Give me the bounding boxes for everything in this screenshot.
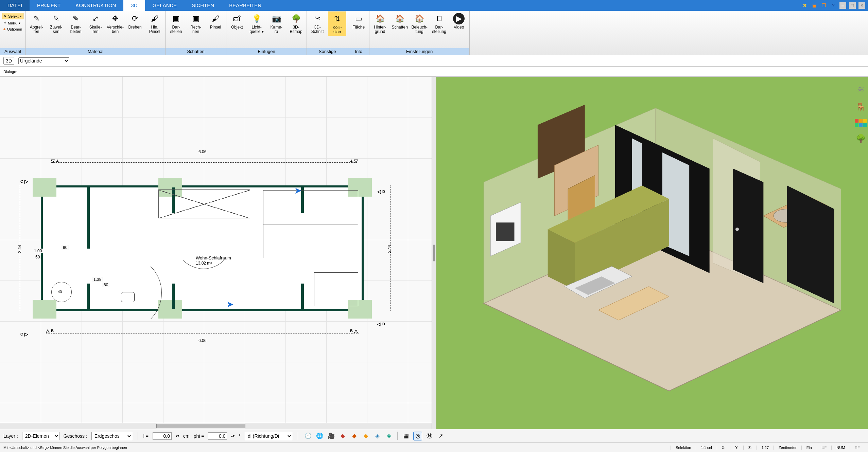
dim-v-left bbox=[20, 185, 20, 311]
svg-rect-19 bbox=[496, 222, 515, 241]
camera-icon[interactable]: 🎥 bbox=[327, 432, 335, 440]
scrollbar-horizontal[interactable] bbox=[0, 423, 432, 429]
ribbon-hintergrund[interactable]: 🏠Hinter- grund bbox=[371, 12, 389, 35]
tab-3d[interactable]: 3D bbox=[123, 0, 145, 11]
hinpinsel-icon: 🖌 bbox=[149, 13, 160, 24]
panel-schatten-label: Schatten bbox=[166, 48, 226, 55]
ribbon: ➤Selekt▾ ✲Mark.▾ +Optionen Auswahl ✎Abgr… bbox=[0, 11, 868, 55]
ribbon-pinsel[interactable]: 🖌Pinsel bbox=[206, 12, 225, 31]
clock-icon[interactable]: 🕘 bbox=[303, 432, 312, 440]
ribbon-objekt[interactable]: 🛋Objekt bbox=[228, 12, 246, 31]
mark-button[interactable]: ✲Mark.▾ bbox=[2, 20, 22, 26]
splitter[interactable] bbox=[432, 77, 436, 429]
dim-width-bot: 6.06 bbox=[197, 338, 208, 343]
ribbon-rechnen[interactable]: ▣Rech- nen bbox=[187, 12, 205, 35]
grid-icon[interactable]: ▦ bbox=[402, 432, 411, 440]
status-selektion: Selektion bbox=[671, 446, 696, 450]
title-icons: ✖ ▣ ❐ ? – □ × bbox=[801, 0, 868, 11]
geschoss-dropdown[interactable]: Erdgeschos bbox=[91, 432, 132, 440]
target-icon[interactable]: ◎ bbox=[413, 432, 422, 440]
selekt-button[interactable]: ➤Selekt▾ bbox=[2, 13, 23, 19]
plus-icon: + bbox=[3, 27, 5, 31]
panel-einfuegen-label: Einfügen bbox=[226, 48, 307, 55]
ribbon-drehen[interactable]: ⟳Drehen bbox=[126, 12, 144, 31]
ribbon-skalieren[interactable]: ⤢Skalie- ren bbox=[86, 12, 105, 35]
dl-dropdown[interactable]: dl (Richtung/Di bbox=[245, 432, 292, 440]
menu-bar: DATEI PROJEKT KONSTRUKTION 3D GELÄNDE SI… bbox=[0, 0, 868, 11]
skalieren-icon: ⤢ bbox=[90, 13, 101, 24]
layers-icon[interactable]: ≋ bbox=[855, 84, 867, 95]
ribbon-verschieben[interactable]: ✥Verschie- ben bbox=[106, 12, 124, 35]
layer1-icon[interactable]: ◈ bbox=[373, 432, 382, 440]
status-num: NUM bbox=[831, 446, 850, 450]
hintergrund-icon: 🏠 bbox=[374, 13, 386, 24]
wall bbox=[87, 187, 90, 249]
furniture-icon[interactable]: 🪑 bbox=[855, 101, 867, 113]
ribbon-kamera[interactable]: 📷Kame- ra bbox=[267, 12, 285, 35]
zuweisen-icon: ✎ bbox=[50, 13, 62, 24]
palette-icon[interactable] bbox=[855, 119, 867, 127]
arrow-icon[interactable]: ➚ bbox=[436, 432, 445, 440]
ribbon-zuweisen[interactable]: ✎Zuwei- sen bbox=[47, 12, 65, 35]
tab-sichten[interactable]: SICHTEN bbox=[184, 0, 222, 11]
abgreifen-icon: ✎ bbox=[31, 13, 42, 24]
cursor-icon: ➤ bbox=[4, 14, 7, 18]
verschieben-label: Verschie- ben bbox=[107, 25, 124, 34]
l-input[interactable] bbox=[153, 432, 172, 440]
ribbon-bearbeiten[interactable]: ✎Bear- beiten bbox=[67, 12, 85, 35]
ribbon-darstellung[interactable]: 🖥Dar- stellung bbox=[430, 12, 448, 35]
bearbeiten-icon: ✎ bbox=[70, 13, 82, 24]
abgreifen-label: Abgrei- fen bbox=[30, 25, 43, 34]
tools-icon[interactable]: ✖ bbox=[801, 2, 808, 9]
ribbon-video[interactable]: ▶Video bbox=[450, 12, 468, 31]
pane-2d[interactable]: ▽A A▽ C▷ ◁D C▷ ◁D △B B△ 6.06 6.06 2.44 2… bbox=[0, 77, 432, 429]
tab-projekt[interactable]: PROJEKT bbox=[30, 0, 68, 11]
tab-konstruktion[interactable]: KONSTRUKTION bbox=[68, 0, 123, 11]
ribbon-beleuchtung[interactable]: 🏠Beleuch- tung bbox=[410, 12, 429, 35]
l-label: l = bbox=[143, 433, 149, 439]
minimize-icon[interactable]: – bbox=[839, 2, 846, 9]
ribbon-schatten2[interactable]: 🏠Schatten bbox=[390, 12, 409, 31]
restore-icon[interactable]: □ bbox=[849, 2, 856, 9]
cube2-icon[interactable]: ◆ bbox=[350, 432, 359, 440]
ribbon-lichtquelle[interactable]: 💡Licht- quelle ▾ bbox=[247, 12, 266, 35]
phi-input[interactable] bbox=[208, 432, 227, 440]
video-label: Video bbox=[454, 25, 464, 30]
status-unit: Zentimeter bbox=[774, 446, 801, 450]
floorplan: Wohn-Schlafraum 13.02 m² ➤ ➤ 1.00 50 90 … bbox=[41, 185, 364, 311]
close-icon[interactable]: × bbox=[858, 2, 865, 9]
ribbon-bitmap3d[interactable]: 🌳3D- Bitmap bbox=[287, 12, 305, 35]
corner-marker bbox=[33, 178, 56, 197]
tab-gelaende[interactable]: GELÄNDE bbox=[145, 0, 185, 11]
box-icon[interactable]: ▣ bbox=[811, 2, 818, 9]
ribbon-schnitt3d[interactable]: ✂3D- Schnitt bbox=[308, 12, 327, 35]
ribbon-darstellen[interactable]: ▣Dar- stellen bbox=[167, 12, 185, 35]
corner-marker bbox=[158, 300, 182, 319]
ribbon-hinpinsel[interactable]: 🖌Hin. Pinsel bbox=[145, 12, 164, 35]
kamera-icon: 📷 bbox=[271, 13, 282, 24]
ribbon-kollision[interactable]: ⇅Kolli- sion bbox=[328, 12, 346, 36]
cube3-icon[interactable]: ◆ bbox=[361, 432, 370, 440]
ribbon-abgreifen[interactable]: ✎Abgrei- fen bbox=[27, 12, 46, 35]
help-icon[interactable]: ? bbox=[830, 2, 837, 9]
hintergrund-label: Hinter- grund bbox=[374, 25, 386, 34]
cube1-icon[interactable]: ◆ bbox=[338, 432, 347, 440]
optionen-button[interactable]: +Optionen bbox=[2, 26, 23, 32]
layer-dropdown[interactable]: 2D-Elemen bbox=[22, 432, 59, 440]
rechnen-label: Rech- nen bbox=[190, 25, 201, 34]
globe-icon[interactable]: 🌐 bbox=[315, 432, 324, 440]
dialoge-label: Dialoge: bbox=[3, 70, 17, 74]
layer2-icon[interactable]: ◈ bbox=[384, 432, 393, 440]
pane-3d[interactable] bbox=[436, 77, 868, 429]
north-icon[interactable]: Ⓝ bbox=[425, 432, 434, 440]
ribbon-flaeche[interactable]: ▭Fläche bbox=[349, 12, 368, 31]
panel-einstellungen-label: Einstellungen bbox=[369, 48, 469, 55]
window-icon[interactable]: ❐ bbox=[820, 2, 827, 9]
tab-datei[interactable]: DATEI bbox=[0, 0, 30, 11]
wall bbox=[301, 284, 304, 309]
status-ein: Ein bbox=[801, 446, 817, 450]
terrain-dropdown[interactable]: Urgelände bbox=[18, 57, 69, 64]
tree-icon[interactable]: 🌳 bbox=[855, 133, 867, 144]
content-area: ▽A A▽ C▷ ◁D C▷ ◁D △B B△ 6.06 6.06 2.44 2… bbox=[0, 77, 868, 429]
tab-bearbeiten[interactable]: BEARBEITEN bbox=[222, 0, 269, 11]
